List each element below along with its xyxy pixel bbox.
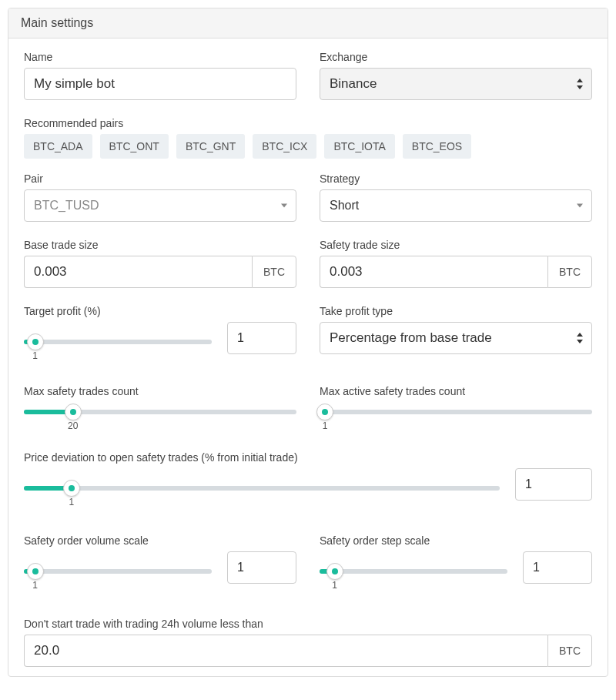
price-dev-tick: 1: [69, 497, 74, 507]
slider-thumb[interactable]: [27, 333, 44, 350]
base-trade-label: Base trade size: [24, 239, 296, 251]
vol-scale-slider[interactable]: [24, 569, 212, 574]
vol-scale-label: Safety order volume scale: [24, 534, 296, 547]
take-profit-type-value: Percentage from base trade: [330, 330, 492, 346]
min-24h-label: Don't start trade with trading 24h volum…: [24, 618, 592, 630]
recommended-chips: BTC_ADA BTC_ONT BTC_GNT BTC_ICX BTC_IOTA…: [24, 134, 592, 159]
step-scale-label: Safety order step scale: [320, 534, 592, 547]
vol-scale-tick: 1: [32, 580, 38, 591]
chevron-down-icon: [281, 204, 287, 208]
chip-btc-eos[interactable]: BTC_EOS: [403, 134, 471, 159]
pair-label: Pair: [24, 172, 296, 185]
exchange-select[interactable]: Binance: [320, 68, 592, 100]
take-profit-type-label: Take profit type: [320, 305, 592, 317]
target-profit-label: Target profit (%): [24, 305, 296, 317]
chip-btc-gnt[interactable]: BTC_GNT: [176, 134, 245, 159]
chip-btc-iota[interactable]: BTC_IOTA: [324, 134, 394, 159]
updown-icon: [577, 332, 584, 344]
name-input[interactable]: [24, 68, 296, 100]
min-24h-input[interactable]: [24, 635, 547, 667]
max-safety-slider[interactable]: [24, 410, 296, 414]
strategy-select[interactable]: Short: [320, 189, 592, 222]
price-dev-label: Price deviation to open safety trades (%…: [24, 451, 592, 464]
strategy-value: Short: [330, 199, 359, 213]
max-active-safety-slider[interactable]: [320, 410, 592, 414]
target-profit-tick: 1: [32, 350, 38, 361]
pair-value: BTC_TUSD: [34, 199, 99, 213]
max-active-safety-tick: 1: [323, 420, 328, 431]
slider-thumb[interactable]: [65, 404, 82, 420]
step-scale-input[interactable]: [523, 551, 592, 584]
price-dev-input[interactable]: [515, 468, 592, 501]
slider-thumb[interactable]: [27, 563, 44, 580]
min-24h-unit: BTC: [547, 635, 592, 667]
max-active-safety-label: Max active safety trades count: [320, 385, 592, 397]
slider-thumb[interactable]: [63, 480, 80, 497]
panel-title: Main settings: [8, 8, 608, 39]
safety-trade-label: Safety trade size: [320, 239, 592, 251]
vol-scale-input[interactable]: [227, 551, 296, 584]
price-dev-slider[interactable]: [24, 486, 500, 491]
max-safety-tick: 20: [68, 420, 78, 431]
slider-thumb[interactable]: [316, 404, 333, 420]
updown-icon: [577, 78, 584, 90]
panel-body: Name Exchange Binance Recommended pairs …: [8, 39, 608, 676]
take-profit-type-select[interactable]: Percentage from base trade: [320, 322, 592, 354]
base-trade-input[interactable]: [24, 256, 252, 288]
chip-btc-ada[interactable]: BTC_ADA: [24, 134, 92, 159]
name-label: Name: [24, 51, 296, 63]
safety-trade-input[interactable]: [320, 256, 547, 288]
chip-btc-ont[interactable]: BTC_ONT: [100, 134, 169, 159]
chip-btc-icx[interactable]: BTC_ICX: [253, 134, 316, 159]
main-settings-panel: Main settings Name Exchange Binance Rec: [8, 8, 608, 677]
safety-trade-unit: BTC: [547, 256, 592, 288]
exchange-label: Exchange: [320, 51, 592, 63]
step-scale-tick: 1: [332, 580, 337, 591]
step-scale-slider[interactable]: [320, 569, 507, 574]
slider-thumb[interactable]: [326, 563, 343, 580]
chevron-down-icon: [577, 204, 583, 208]
recommended-label: Recommended pairs: [24, 117, 592, 129]
pair-select[interactable]: BTC_TUSD: [24, 189, 296, 222]
base-trade-unit: BTC: [252, 256, 296, 288]
strategy-label: Strategy: [320, 172, 592, 185]
max-safety-label: Max safety trades count: [24, 385, 296, 397]
target-profit-input[interactable]: [227, 322, 296, 354]
exchange-value: Binance: [330, 76, 377, 92]
target-profit-slider[interactable]: [24, 340, 212, 344]
